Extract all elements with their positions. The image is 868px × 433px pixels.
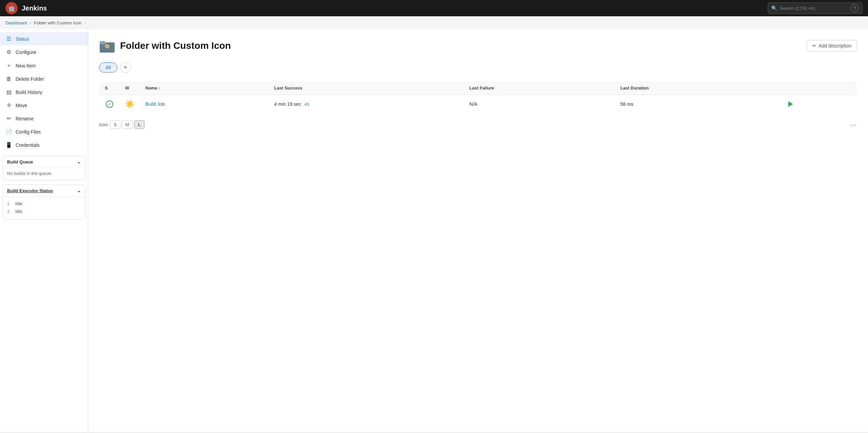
icon-size-options: Icon: S M L [99,120,144,129]
executor-num-1: 1 [7,201,13,206]
page-title: Folder with Custom Icon [120,40,231,51]
breadcrumb: Dashboard › Folder with Custom Icon › [0,16,868,29]
sidebar-item-move[interactable]: ✛ Move [0,99,88,112]
edit-icon: ✏ [812,43,816,48]
sidebar-item-label-credentials: Credentials [16,142,40,148]
sidebar-item-credentials[interactable]: 📱 Credentials [0,138,88,152]
configure-icon: ⚙ [5,49,12,55]
executor-status-1: Idle [15,201,22,206]
icon-size-label: Icon: [99,122,109,127]
weather-sunny-icon: ☀️ [125,100,134,108]
build-queue-title: Build Queue [7,159,33,164]
run-build-button[interactable] [787,101,794,107]
executor-status-2: Idle [15,209,22,214]
executor-row-2: 2 Idle [7,208,81,215]
search-icon: 🔍 [771,5,777,11]
col-header-last-duration: Last Duration [615,81,782,95]
app-title: Jenkins [22,4,764,12]
search-input[interactable] [780,6,848,11]
row-last-failure: N/A [464,95,615,114]
sidebar-item-label-build-history: Build History [16,90,42,95]
svg-point-4 [106,46,107,46]
sidebar-item-config-files[interactable]: 📄 Config Files [0,125,88,138]
table-row: ✓ ☀️ Build Job 4 min 19 sec #1 N/A [99,95,857,114]
run-icon [787,101,794,107]
sidebar-item-build-history[interactable]: ▤ Build History [0,85,88,99]
row-name: Build Job [140,95,269,114]
build-queue-header[interactable]: Build Queue ⌄ [3,156,85,168]
sidebar: ☰ Status ⚙ Configure ＋ New Item 🗑 Delete… [0,29,88,432]
icon-size-s[interactable]: S [110,120,120,129]
sidebar-item-label-config-files: Config Files [16,129,41,135]
status-icon: ☰ [5,36,12,42]
build-executor-body: 1 Idle 2 Idle [3,197,85,219]
sidebar-item-new-item[interactable]: ＋ New Item [0,59,88,73]
svg-rect-2 [100,41,105,44]
move-icon: ✛ [5,102,12,109]
tab-all[interactable]: All [99,62,117,73]
delete-icon: 🗑 [5,76,12,82]
search-bar[interactable]: 🔍 ? [768,2,863,14]
breadcrumb-dashboard[interactable]: Dashboard [5,20,27,25]
icon-size-area: Icon: S M L ⋯ [99,120,857,129]
sidebar-item-label-delete-folder: Delete Folder [16,76,44,82]
build-executor-title[interactable]: Build Executor Status [7,188,53,193]
row-weather: ☀️ [120,95,140,114]
last-success-time: 4 min 19 sec [274,101,301,107]
sidebar-item-label-move: Move [16,103,27,108]
tabs-area: All + [99,62,857,73]
help-button[interactable]: ? [850,4,859,12]
job-link[interactable]: Build Job [146,101,165,107]
sidebar-item-configure[interactable]: ⚙ Configure [0,45,88,59]
sidebar-item-rename[interactable]: ✏ Rename [0,112,88,125]
icon-size-m[interactable]: M [122,120,133,129]
layout: ☰ Status ⚙ Configure ＋ New Item 🗑 Delete… [0,29,868,432]
header: 🤖 Jenkins 🔍 ? [0,0,868,16]
main-content: Folder with Custom Icon ✏ Add descriptio… [88,29,868,432]
folder-custom-icon [99,38,115,54]
build-history-icon: ▤ [5,89,12,95]
status-success-icon: ✓ [106,100,113,108]
sidebar-item-label-status: Status [16,36,29,42]
icon-size-l[interactable]: L [134,120,144,129]
sidebar-item-label-rename: Rename [16,116,34,121]
jobs-table: S W Name ↓ Last Success Last Failure Las… [99,81,857,114]
table-header-row: S W Name ↓ Last Success Last Failure Las… [99,81,857,95]
col-header-actions [782,81,857,95]
build-queue-panel: Build Queue ⌄ No builds in the queue. [3,156,85,180]
row-status: ✓ [99,95,120,114]
table-header: S W Name ↓ Last Success Last Failure Las… [99,81,857,95]
build-executor-collapse-icon: ⌄ [77,188,81,193]
more-options-button[interactable]: ⋯ [850,121,857,129]
svg-point-5 [108,46,108,46]
add-description-label: Add description [818,43,851,48]
build-executor-header[interactable]: Build Executor Status ⌄ [3,185,85,197]
tab-add-button[interactable]: + [120,62,131,73]
build-num-link[interactable]: #1 [305,102,309,107]
last-duration-value: 56 ms [620,101,633,107]
table-body: ✓ ☀️ Build Job 4 min 19 sec #1 N/A [99,95,857,114]
build-queue-collapse-icon: ⌄ [77,159,81,164]
page-header: Folder with Custom Icon ✏ Add descriptio… [99,38,857,54]
col-header-last-success: Last Success [269,81,464,95]
row-last-duration: 56 ms [615,95,782,114]
build-queue-empty: No builds in the queue. [7,171,52,176]
col-header-last-failure: Last Failure [464,81,615,95]
col-header-s: S [99,81,120,95]
sidebar-item-status[interactable]: ☰ Status [0,32,88,45]
col-header-name[interactable]: Name ↓ [140,81,269,95]
breadcrumb-separator-2: › [84,20,85,25]
row-last-success: 4 min 19 sec #1 [269,95,464,114]
build-queue-body: No builds in the queue. [3,168,85,180]
last-failure-value: N/A [469,101,477,107]
new-item-icon: ＋ [5,62,12,69]
jenkins-logo: 🤖 [5,2,18,14]
add-description-button[interactable]: ✏ Add description [807,40,857,52]
sidebar-item-label-new-item: New Item [16,63,36,68]
sidebar-item-delete-folder[interactable]: 🗑 Delete Folder [0,73,88,85]
config-files-icon: 📄 [5,129,12,135]
executor-row-1: 1 Idle [7,200,81,208]
credentials-icon: 📱 [5,142,12,148]
executor-num-2: 2 [7,209,13,214]
breadcrumb-separator-1: › [30,20,31,25]
